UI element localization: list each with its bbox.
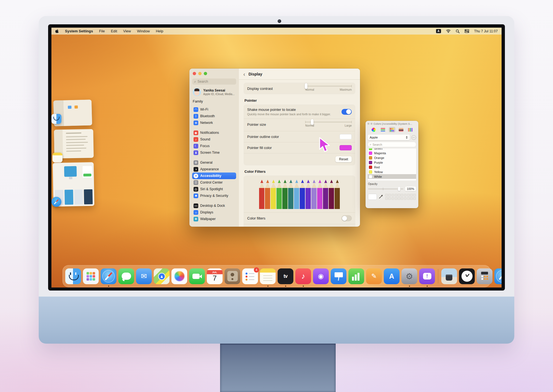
sidebar-item-desktop-dock[interactable]: ▭ Desktop & Dock: [192, 202, 236, 209]
dock-system-settings[interactable]: ⚙: [401, 268, 417, 284]
dock-photos[interactable]: [171, 268, 187, 284]
dock-reminders[interactable]: 4: [242, 268, 258, 284]
dock-podcasts[interactable]: ◉: [313, 268, 329, 284]
pencil: [300, 180, 305, 209]
saved-swatches-grid[interactable]: [385, 194, 416, 200]
color-filters-toggle[interactable]: [341, 215, 352, 221]
dock-safari[interactable]: [101, 268, 116, 284]
close-button[interactable]: [193, 72, 196, 75]
pointer-outline-color-well[interactable]: [340, 134, 352, 139]
color-row-purple[interactable]: Purple: [368, 160, 416, 165]
back-button[interactable]: ‹: [243, 71, 245, 77]
menu-window[interactable]: Window: [137, 29, 150, 33]
zoom-button[interactable]: [204, 72, 207, 75]
color-row-yellow[interactable]: Yellow: [368, 169, 416, 174]
sidebar-item-notifications[interactable]: ◉ Notifications: [192, 129, 236, 136]
apple-menu-icon[interactable]: [55, 29, 59, 33]
sidebar-item-screen-time[interactable]: ⧗ Screen Time: [192, 149, 236, 156]
sidebar-item-wifi[interactable]: ◠ Wi-Fi: [192, 106, 236, 113]
sidebar-item-label: Notifications: [200, 131, 219, 135]
dock-safari-web-app[interactable]: [494, 268, 502, 284]
sidebar-item-bluetooth[interactable]: ᛒ Bluetooth: [192, 113, 236, 119]
color-sliders-tab[interactable]: [380, 127, 386, 132]
control-center-icon[interactable]: [465, 29, 469, 33]
dock-maps[interactable]: [154, 268, 169, 284]
dock-music[interactable]: ♪: [295, 268, 311, 284]
sidebar-item-displays[interactable]: ☼ Displays: [192, 209, 236, 216]
shake-pointer-toggle[interactable]: [341, 109, 352, 115]
palette-actions-button[interactable]: ⋯: [411, 135, 416, 140]
settings-search-input[interactable]: ⌕ Search: [192, 79, 236, 85]
display-contrast-slider[interactable]: [305, 86, 352, 87]
color-palettes-tab[interactable]: [389, 127, 395, 132]
dock-clock[interactable]: [459, 268, 475, 284]
pencil: [288, 180, 293, 209]
color-swatch-list[interactable]: Green Magenta Orange Purple Red: [368, 148, 416, 181]
color-row-orange[interactable]: Orange: [368, 155, 416, 160]
opacity-handle[interactable]: [398, 187, 400, 191]
sidebar-item-general[interactable]: ⚙ General: [192, 159, 236, 166]
slider-handle[interactable]: [305, 83, 307, 89]
menubar-app-name[interactable]: System Settings: [65, 29, 93, 33]
sidebar-item-wallpaper[interactable]: ❖ Wallpaper: [192, 216, 236, 222]
safari-app-icon[interactable]: [51, 197, 61, 207]
pointer-size-slider[interactable]: [305, 122, 352, 122]
image-palettes-tab[interactable]: [398, 127, 405, 132]
sidebar-item-family[interactable]: Family: [192, 99, 236, 106]
apple-id-row[interactable]: Yanika Seesai Apple ID, iCloud, Media...: [193, 88, 236, 96]
sidebar-item-siri-spotlight[interactable]: ◎ Siri & Spotlight: [192, 186, 236, 192]
dock-facetime[interactable]: [189, 268, 205, 284]
dock-preview[interactable]: [441, 268, 457, 284]
dock-notes[interactable]: [260, 268, 276, 284]
dock-calendar[interactable]: JUL 7: [207, 268, 223, 284]
notes-app-icon[interactable]: [53, 153, 62, 163]
minimize-button[interactable]: [371, 123, 372, 125]
dock-launchpad[interactable]: [83, 268, 99, 284]
sidebar-item-privacy-security[interactable]: ✱ Privacy & Security: [192, 192, 236, 199]
minimize-button[interactable]: [198, 72, 202, 75]
sidebar-item-sound[interactable]: ♪ Sound: [192, 136, 236, 143]
colors-search-input[interactable]: ⌕ Search: [368, 142, 416, 147]
opacity-slider[interactable]: [368, 189, 403, 189]
menu-help[interactable]: Help: [156, 29, 163, 33]
sidebar-item-network[interactable]: ⊕ Network: [192, 119, 236, 126]
dock-numbers[interactable]: [348, 268, 364, 284]
colors-titlebar[interactable]: Colors (Accessibility (System S...: [366, 121, 418, 126]
dock-tv[interactable]: tv: [278, 268, 293, 284]
dock-finder[interactable]: [65, 268, 81, 284]
eyedropper-icon[interactable]: [379, 194, 383, 199]
pane-scroll-area[interactable]: Display contrast Normal Maximum: [239, 80, 360, 227]
palette-select[interactable]: Apple: [368, 135, 410, 140]
dock-feedback-assistant[interactable]: [419, 268, 435, 284]
dock-keynote[interactable]: [331, 268, 346, 284]
pencils-tab[interactable]: [407, 127, 414, 132]
dock-app-store[interactable]: A: [384, 268, 400, 284]
reset-button[interactable]: Reset: [335, 156, 352, 162]
color-row-green[interactable]: Green: [368, 148, 416, 151]
color-wheel-tab[interactable]: [371, 127, 377, 132]
color-row-magenta[interactable]: Magenta: [368, 151, 416, 155]
dock-mail[interactable]: ✉: [136, 268, 152, 284]
sidebar-item-accessibility[interactable]: ✦ Accessibility: [192, 173, 236, 179]
close-button[interactable]: [367, 123, 369, 125]
dock-calculator[interactable]: [477, 268, 492, 284]
pointer-fill-color-well[interactable]: [340, 145, 352, 150]
spotlight-search-icon[interactable]: [456, 29, 460, 33]
sidebar-item-control-center[interactable]: ☰ Control Center: [192, 179, 236, 186]
dock-contacts[interactable]: [225, 268, 240, 284]
menu-edit[interactable]: Edit: [111, 29, 117, 33]
menu-view[interactable]: View: [123, 29, 131, 33]
sidebar-item-focus[interactable]: ☾ Focus: [192, 143, 236, 149]
color-row-red[interactable]: Red: [368, 165, 416, 169]
sidebar-item-appearance[interactable]: ◑ Appearance: [192, 166, 236, 173]
menu-file[interactable]: File: [99, 29, 105, 33]
color-row-white[interactable]: White: [368, 174, 416, 179]
finder-app-icon[interactable]: [51, 114, 61, 124]
dock-messages[interactable]: [118, 268, 134, 284]
menubar-clock[interactable]: Thu 7 Jul 11:07: [474, 29, 498, 33]
wifi-status-icon[interactable]: [446, 29, 451, 33]
input-source-badge[interactable]: A: [436, 29, 441, 33]
slider-handle[interactable]: [311, 119, 314, 125]
dock-pages[interactable]: ✎: [366, 268, 382, 284]
current-color-well[interactable]: [368, 194, 377, 200]
